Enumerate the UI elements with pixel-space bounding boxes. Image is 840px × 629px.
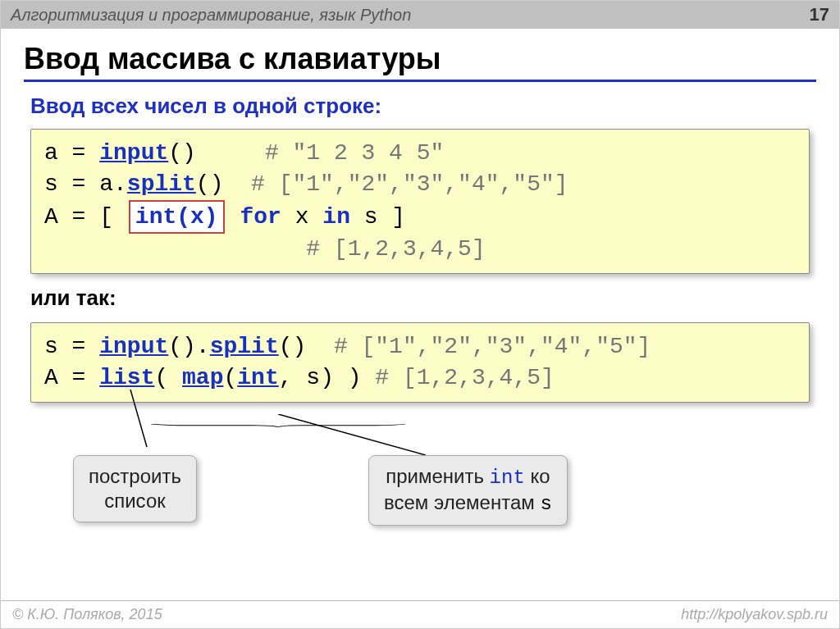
copyright: © К.Ю. Поляков, 2015	[12, 606, 162, 623]
callout-text: построить	[89, 465, 181, 487]
subtitle: Ввод всех чисел в одной строке:	[30, 93, 816, 119]
code-line: A = [ int(x) for x in s ]	[44, 200, 796, 235]
breadcrumb: Алгоритмизация и программирование, язык …	[11, 6, 411, 25]
callouts-area: ︸ построить список применить int ко всем…	[24, 414, 816, 554]
code-block-1: a = input() # "1 2 3 4 5" s = a.split() …	[30, 129, 810, 274]
code-line: s = input().split() # ["1","2","3","4","…	[44, 331, 796, 362]
brace-icon: ︸	[143, 417, 438, 436]
callout-text: всем элементам s	[384, 490, 552, 517]
or-label: или так:	[30, 285, 816, 311]
callout-apply-int: применить int ко всем элементам s	[368, 455, 568, 526]
footer-url: http://kpolyakov.spb.ru	[681, 606, 828, 623]
slide-header: Алгоритмизация и программирование, язык …	[1, 1, 839, 29]
callout-build-list: построить список	[73, 455, 197, 522]
callout-text: список	[104, 490, 166, 512]
code-line: A = list( map(int, s) ) # [1,2,3,4,5]	[44, 362, 796, 394]
slide-footer: © К.Ю. Поляков, 2015 http://kpolyakov.sp…	[1, 600, 839, 628]
page-title: Ввод массива с клавиатуры	[24, 42, 816, 76]
code-block-2: s = input().split() # ["1","2","3","4","…	[30, 322, 810, 403]
callout-text: применить int ко	[384, 464, 552, 490]
slide-body: Ввод массива с клавиатуры Ввод всех чисе…	[1, 29, 839, 562]
page-number: 17	[810, 4, 829, 25]
code-line: s = a.split() # ["1","2","3","4","5"]	[44, 169, 796, 200]
title-rule	[24, 80, 816, 82]
code-line: a = input() # "1 2 3 4 5"	[44, 138, 796, 169]
code-line: # [1,2,3,4,5]	[44, 234, 796, 265]
